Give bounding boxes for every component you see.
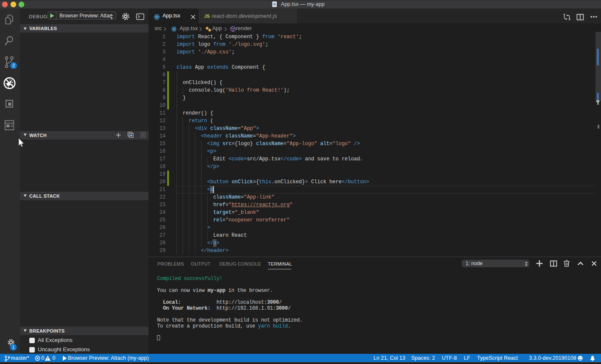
svg-text:1: 1 [12, 344, 15, 350]
svg-text:2: 2 [12, 63, 15, 68]
